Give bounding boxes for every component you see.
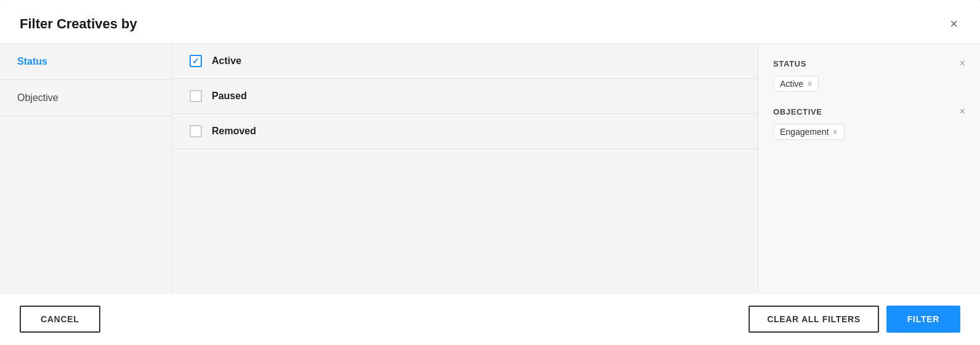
option-paused[interactable]: Paused	[172, 79, 758, 114]
filter-tag-active-label: Active	[780, 79, 803, 89]
dialog-title: Filter Creatives by	[20, 16, 137, 32]
dialog-header: Filter Creatives by ×	[0, 0, 980, 44]
objective-section-clear-button[interactable]: ×	[960, 107, 965, 116]
filter-section-status-header: STATUS ×	[773, 59, 965, 68]
filter-tag-engagement: Engagement ×	[773, 124, 845, 140]
remove-active-tag-button[interactable]: ×	[807, 79, 812, 88]
categories-panel: Status Objective	[0, 44, 172, 293]
checkbox-active[interactable]: ✓	[190, 55, 202, 67]
dialog-footer: CANCEL CLEAR ALL FILTERS FILTER	[0, 293, 980, 345]
filter-button[interactable]: FILTER	[886, 306, 960, 333]
filter-section-objective: OBJECTIVE × Engagement ×	[773, 107, 965, 140]
filter-section-status-title: STATUS	[773, 59, 806, 68]
cancel-button[interactable]: CANCEL	[20, 306, 100, 333]
filter-tag-active: Active ×	[773, 76, 819, 92]
checkmark-active: ✓	[192, 57, 199, 65]
filter-dialog: Filter Creatives by × Status Objective ✓…	[0, 0, 980, 345]
clear-all-filters-button[interactable]: CLEAR ALL FILTERS	[749, 306, 879, 333]
footer-right: CLEAR ALL FILTERS FILTER	[749, 306, 960, 333]
category-item-status[interactable]: Status	[0, 44, 172, 80]
filter-section-objective-title: OBJECTIVE	[773, 107, 822, 116]
option-active[interactable]: ✓ Active	[172, 44, 758, 79]
selected-filters-panel: STATUS × Active × OBJECTIVE ×	[758, 44, 980, 293]
checkbox-paused[interactable]	[190, 90, 202, 102]
filter-section-status: STATUS × Active ×	[773, 59, 965, 92]
objective-filter-tags: Engagement ×	[773, 124, 965, 140]
option-removed[interactable]: Removed	[172, 114, 758, 149]
checkbox-removed[interactable]	[190, 125, 202, 137]
footer-left: CANCEL	[20, 306, 100, 333]
option-label-paused: Paused	[212, 91, 247, 102]
category-item-objective[interactable]: Objective	[0, 80, 172, 116]
option-label-active: Active	[212, 55, 241, 67]
remove-engagement-tag-button[interactable]: ×	[832, 128, 837, 136]
status-filter-tags: Active ×	[773, 76, 965, 92]
status-section-clear-button[interactable]: ×	[960, 59, 965, 68]
close-button[interactable]: ×	[947, 15, 960, 33]
filter-section-objective-header: OBJECTIVE ×	[773, 107, 965, 116]
options-panel: ✓ Active Paused Removed	[172, 44, 758, 293]
dialog-body: Status Objective ✓ Active Paused	[0, 44, 980, 293]
option-label-removed: Removed	[212, 126, 256, 137]
filter-tag-engagement-label: Engagement	[780, 127, 829, 137]
